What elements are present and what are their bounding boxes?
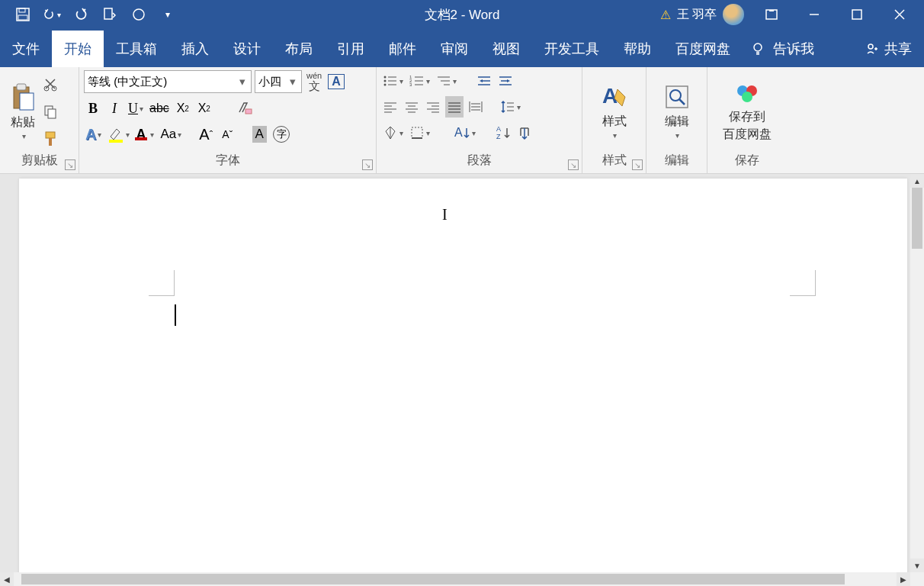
save-baidu-button[interactable]: 保存到 百度网盘 [712,70,782,153]
superscript-button[interactable]: X2 [195,98,213,119]
qat-customize-icon[interactable]: ▾ [159,5,177,24]
highlight-button[interactable]: ▾ [106,124,131,145]
tab-help[interactable]: 帮助 [611,31,663,67]
svg-point-31 [384,84,387,86]
tab-layout[interactable]: 布局 [273,31,325,67]
tab-mailings[interactable]: 邮件 [377,31,428,67]
enclose-characters-button[interactable]: 字 [271,124,291,145]
tab-baidu[interactable]: 百度网盘 [663,31,743,67]
clipboard-icon [11,82,35,111]
subscript-button[interactable]: X2 [174,98,192,119]
svg-rect-3 [104,8,112,19]
tab-insert[interactable]: 插入 [169,31,221,67]
svg-point-10 [754,43,762,51]
font-size-combo[interactable]: 小四 ▾ [255,70,302,93]
show-marks-button[interactable] [515,122,534,143]
phonetic-guide-button[interactable]: wén 文 [305,71,323,92]
distributed-button[interactable] [467,96,485,118]
scroll-up-icon[interactable]: ▲ [910,174,924,188]
font-launcher[interactable]: ↘ [362,159,373,170]
warning-icon: ⚠ [660,8,671,22]
vscroll-thumb[interactable] [912,188,922,249]
strikethrough-button[interactable]: abc [148,98,171,119]
multilevel-list-button[interactable]: ▾ [435,70,458,92]
mouse-ibeam-icon: I [442,206,448,224]
margin-corner-tr [790,270,816,296]
touch-mode-icon[interactable] [101,5,119,24]
hscroll-thumb[interactable] [21,574,845,584]
scroll-down-icon[interactable]: ▼ [910,559,924,572]
increase-indent-button[interactable] [496,70,515,92]
share-button[interactable]: 共享 [852,31,924,67]
vscroll-track[interactable] [910,188,924,559]
clipboard-launcher[interactable]: ↘ [65,159,75,170]
hscroll-track[interactable] [14,572,897,586]
underline-button[interactable]: U▾ [127,98,145,119]
vertical-scrollbar[interactable]: ▲ ▼ [910,174,924,572]
asian-layout-button[interactable]: A▾ [453,122,477,143]
align-right-button[interactable] [424,96,442,118]
minimize-button[interactable] [799,4,829,25]
svg-point-27 [384,76,387,79]
tab-developer[interactable]: 开发工具 [532,31,611,67]
paragraph-launcher[interactable]: ↘ [568,159,579,170]
paste-button[interactable]: 粘贴 ▾ [5,70,41,153]
character-shading-button[interactable]: A [250,124,268,145]
scroll-right-icon[interactable]: ▶ [897,572,910,586]
bold-button[interactable]: B [84,98,102,119]
text-effects-button[interactable]: A▾ [84,124,103,145]
justify-button[interactable] [445,96,464,118]
tab-toolbox[interactable]: 工具箱 [104,31,169,67]
font-color-button[interactable]: A▾ [134,124,156,145]
tab-review[interactable]: 审阅 [428,31,480,67]
user-account[interactable]: ⚠ 王 羽卒 [660,4,744,25]
save-icon[interactable] [14,5,32,24]
ribbon-display-icon[interactable] [756,4,787,25]
bullets-button[interactable]: ▾ [381,70,405,92]
grow-font-button[interactable]: Aˆ [197,124,215,145]
shading-button[interactable]: ▾ [381,122,405,143]
numbering-button[interactable]: 123▾ [408,70,432,92]
chevron-down-icon: ▾ [22,132,26,140]
svg-text:3: 3 [409,82,412,87]
redo-icon[interactable] [72,5,90,24]
tab-references[interactable]: 引用 [325,31,377,67]
horizontal-scrollbar[interactable]: ◀ ▶ [0,572,910,586]
maximize-button[interactable] [842,4,872,25]
editing-button[interactable]: 编辑 ▾ [651,70,702,153]
text-cursor [175,304,176,326]
styles-launcher[interactable]: ↘ [632,159,643,170]
chevron-down-icon: ▾ [237,75,248,89]
tab-design[interactable]: 设计 [221,31,273,67]
tab-home[interactable]: 开始 [52,31,104,67]
align-left-button[interactable] [381,96,399,118]
scroll-left-icon[interactable]: ◀ [0,572,14,586]
font-name-value: 等线 (中文正文) [88,75,167,89]
styles-icon: A [601,83,628,111]
copy-icon[interactable] [41,101,59,122]
decrease-indent-button[interactable] [475,70,493,92]
tab-file[interactable]: 文件 [0,31,52,67]
borders-button[interactable]: ▾ [408,122,432,143]
sort-button[interactable]: AZ [494,122,512,143]
chevron-down-icon: ▾ [613,131,617,140]
character-border-button[interactable]: A [326,71,346,92]
undo-icon[interactable]: ▾ [43,5,61,24]
qat-circle-icon[interactable] [130,5,148,24]
close-button[interactable] [884,4,915,25]
change-case-button[interactable]: Aa▾ [159,124,183,145]
cut-icon[interactable] [41,73,59,95]
clear-formatting-button[interactable] [235,98,255,119]
line-spacing-button[interactable]: ▾ [499,96,522,118]
document-page[interactable]: I [19,179,907,572]
format-painter-icon[interactable] [41,128,59,150]
tell-me[interactable]: 告诉我 [743,31,822,67]
tab-view[interactable]: 视图 [480,31,532,67]
font-name-combo[interactable]: 等线 (中文正文) ▾ [84,70,252,93]
italic-button[interactable]: I [105,98,124,119]
user-name: 王 羽卒 [677,7,717,23]
styles-button[interactable]: A 样式 ▾ [587,70,641,153]
align-center-button[interactable] [403,96,421,118]
shrink-font-button[interactable]: Aˇ [218,124,236,145]
quick-access-toolbar: ▾ ▾ [0,5,177,24]
